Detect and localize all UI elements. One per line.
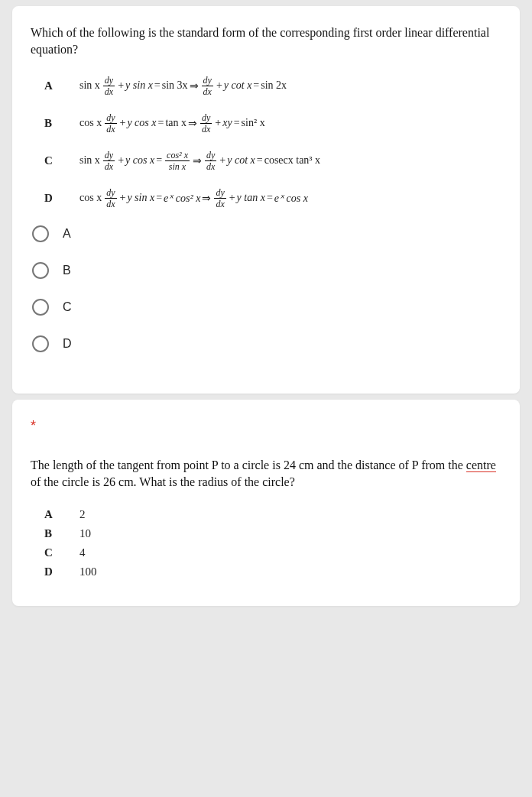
frac-den: dx — [205, 161, 216, 171]
eq-text: eˣ cos² x — [164, 192, 200, 205]
eq-text: = — [156, 192, 162, 204]
fraction-dydx: dydx — [103, 151, 115, 171]
equation-row-D: D cos x dydx + y sin x = eˣ cos² x ⇒ dyd… — [44, 188, 501, 209]
equation-table: A sin x dydx + y sin x = sin 3x ⇒ dydx +… — [44, 76, 501, 209]
eq-text: = — [156, 154, 162, 167]
eq-text: sin x — [79, 79, 100, 92]
frac-num: dy — [200, 113, 212, 124]
frac-den: dx — [202, 86, 213, 96]
eq-text: ⇒ — [193, 154, 202, 167]
answer-row-D: D 100 — [44, 565, 501, 578]
radio-label: D — [63, 337, 72, 351]
frac-num: cos² x — [165, 151, 190, 161]
equation-content: sin x dydx + y cos x = cos² xsin x ⇒ dyd… — [79, 151, 320, 171]
equation-row-C: C sin x dydx + y cos x = cos² xsin x ⇒ d… — [44, 151, 501, 171]
equation-content: cos x dydx + y cos x = tan x ⇒ dydx + xy… — [79, 113, 265, 134]
frac-den: dx — [103, 86, 115, 96]
radio-circle-icon — [32, 299, 49, 316]
answer-row-A: A 2 — [44, 508, 501, 521]
eq-text: ⇒ — [202, 192, 211, 205]
eq-text: + — [120, 117, 126, 129]
fraction-dydx: dydx — [202, 76, 213, 96]
eq-text: xy — [222, 117, 232, 129]
eq-text: + — [118, 154, 124, 167]
frac-num: dy — [105, 113, 116, 124]
answer-value: 10 — [79, 527, 91, 540]
frac-num: dy — [202, 76, 213, 86]
frac-den: dx — [200, 124, 212, 134]
equation-row-B: B cos x dydx + y cos x = tan x ⇒ dydx + … — [44, 113, 501, 134]
eq-text: tan x — [165, 117, 187, 129]
eq-text: cos x — [79, 192, 102, 204]
eq-text: = — [158, 117, 164, 129]
radio-label: A — [63, 227, 71, 241]
answer-label: A — [44, 508, 79, 521]
prompt-centre: centre — [466, 458, 496, 472]
prompt-pre: The length of the tangent from point P t… — [31, 458, 466, 471]
answer-label: D — [44, 565, 79, 578]
radio-circle-icon — [32, 262, 49, 279]
eq-text: = — [253, 79, 259, 92]
equation-row-A: A sin x dydx + y sin x = sin 3x ⇒ dydx +… — [44, 76, 501, 96]
eq-text: sin² x — [242, 117, 265, 129]
radio-option-C[interactable]: C — [32, 299, 501, 316]
equation-label: D — [44, 192, 79, 205]
eq-text: sin x — [79, 154, 100, 167]
answer-row-B: B 10 — [44, 527, 501, 540]
answer-options: A B C D — [32, 225, 501, 352]
eq-text: = — [234, 117, 240, 129]
question-card-2: * The length of the tangent from point P… — [12, 400, 520, 606]
radio-option-D[interactable]: D — [32, 335, 501, 352]
radio-option-B[interactable]: B — [32, 262, 501, 279]
eq-text: eˣ cos x — [274, 192, 308, 205]
fraction-dydx: dydx — [200, 113, 212, 134]
frac-den: sin x — [167, 161, 187, 171]
eq-text: ⇒ — [190, 79, 199, 92]
question-prompt: The length of the tangent from point P t… — [31, 457, 501, 491]
answer-value: 4 — [79, 546, 86, 559]
eq-text: y cot x — [227, 154, 255, 167]
frac-num: dy — [103, 151, 115, 161]
eq-text: + — [118, 79, 124, 92]
question-card-1: Which of the following is the standard f… — [12, 6, 520, 394]
eq-text: cosecx tan³ x — [264, 154, 320, 167]
frac-num: dy — [103, 76, 115, 86]
equation-label: A — [44, 79, 79, 92]
eq-text: = — [267, 192, 273, 204]
frac-den: dx — [103, 161, 115, 171]
eq-text: = — [257, 154, 263, 167]
equation-content: cos x dydx + y sin x = eˣ cos² x ⇒ dydx … — [79, 188, 308, 209]
frac-den: dx — [105, 124, 116, 134]
question-prompt: Which of the following is the standard f… — [31, 24, 501, 59]
frac-num: dy — [105, 188, 116, 199]
answer-value: 2 — [79, 508, 86, 521]
frac-den: dx — [214, 199, 225, 209]
radio-option-A[interactable]: A — [32, 225, 501, 242]
eq-text: y sin x — [127, 192, 154, 204]
answer-label: B — [44, 527, 79, 540]
eq-text: ⇒ — [188, 117, 197, 130]
radio-label: C — [63, 300, 72, 314]
fraction-cos2x-sinx: cos² xsin x — [165, 151, 190, 171]
fraction-dydx: dydx — [214, 188, 225, 209]
answer-row-C: C 4 — [44, 546, 501, 559]
eq-text: sin 3x — [162, 79, 188, 92]
eq-text: cos x — [79, 117, 102, 129]
eq-text: + — [120, 192, 126, 204]
equation-content: sin x dydx + y sin x = sin 3x ⇒ dydx + y… — [79, 76, 287, 96]
frac-num: dy — [214, 188, 225, 199]
eq-text: + — [215, 117, 221, 129]
eq-text: y tan x — [237, 192, 265, 204]
answer-value: 100 — [79, 565, 97, 578]
equation-label: B — [44, 117, 79, 130]
eq-text: y cos x — [125, 154, 154, 167]
eq-text: + — [216, 79, 222, 92]
eq-text: + — [219, 154, 225, 167]
eq-text: y cot x — [224, 79, 252, 92]
radio-circle-icon — [32, 225, 49, 242]
frac-num: dy — [205, 151, 216, 161]
prompt-post: of the circle is 26 cm. What is the radi… — [31, 475, 295, 488]
eq-text: y cos x — [127, 117, 156, 129]
fraction-dydx: dydx — [103, 76, 115, 96]
answer-label: C — [44, 546, 79, 559]
